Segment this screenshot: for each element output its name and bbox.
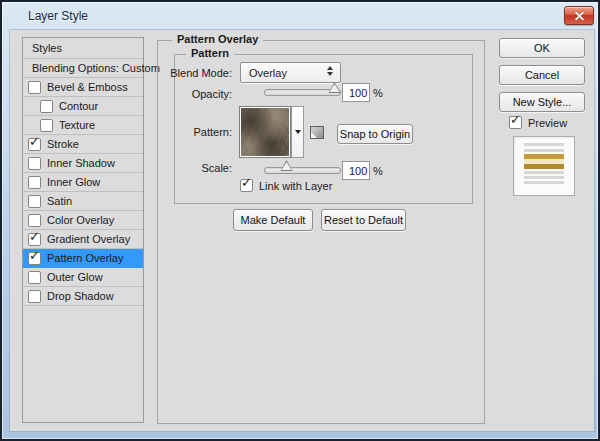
effect-label: Satin [47, 195, 72, 207]
pattern-label: Pattern: [122, 126, 232, 138]
cancel-label: Cancel [525, 69, 559, 81]
cancel-button[interactable]: Cancel [499, 65, 585, 85]
opacity-label: Opacity: [122, 88, 232, 100]
effect-label: Texture [59, 119, 95, 131]
effect-checkbox[interactable]: ✓ [28, 138, 41, 151]
preview-row[interactable]: ✓ Preview [509, 116, 567, 129]
checkmark-icon: ✓ [29, 135, 40, 148]
checkmark-icon: ✓ [29, 230, 40, 243]
preview-checkbox[interactable]: ✓ [509, 116, 522, 129]
new-style-label: New Style... [513, 96, 572, 108]
effect-label: Outer Glow [47, 271, 103, 283]
effect-label: Inner Glow [47, 176, 100, 188]
sidebar-item-styles[interactable]: Styles [23, 38, 143, 59]
effect-checkbox[interactable] [28, 290, 41, 303]
effect-checkbox[interactable] [40, 100, 53, 113]
effect-label: Drop Shadow [47, 290, 114, 302]
opacity-unit: % [373, 87, 383, 99]
effect-label: Bevel & Emboss [47, 81, 128, 93]
checkmark-icon: ✓ [29, 249, 40, 262]
pattern-group-title: Pattern [186, 47, 234, 59]
effect-checkbox[interactable]: ✓ [28, 233, 41, 246]
effect-label: Stroke [47, 138, 79, 150]
checkmark-icon: ✓ [241, 176, 252, 189]
style-effect-rows: Bevel & Emboss Contour Texture ✓ Stroke … [23, 78, 143, 306]
scale-unit: % [373, 165, 383, 177]
effect-checkbox[interactable] [28, 271, 41, 284]
title-bar[interactable]: Layer Style [2, 2, 598, 30]
effect-checkbox[interactable] [28, 214, 41, 227]
preview-label: Preview [528, 117, 567, 129]
sidebar-item-pattern-overlay[interactable]: ✓ Pattern Overlay [23, 249, 143, 268]
effect-label: Pattern Overlay [47, 252, 123, 264]
link-with-layer-checkbox[interactable]: ✓ [240, 179, 253, 192]
chevron-down-icon [295, 130, 301, 134]
effect-checkbox[interactable]: ✓ [28, 252, 41, 265]
effect-label: Contour [59, 100, 98, 112]
link-with-layer-row[interactable]: ✓ Link with Layer [240, 179, 332, 192]
new-style-button[interactable]: New Style... [499, 92, 585, 112]
sidebar-item-outer-glow[interactable]: Outer Glow [23, 268, 143, 287]
close-icon [575, 11, 584, 20]
window-title: Layer Style [28, 9, 88, 23]
effect-checkbox[interactable] [28, 176, 41, 189]
layer-style-dialog: Layer Style Styles Blending Options: Cus… [0, 0, 600, 441]
opacity-slider[interactable] [264, 89, 341, 96]
blend-mode-value: Overlay [249, 67, 287, 79]
effect-checkbox[interactable] [28, 157, 41, 170]
style-preview-stripes [524, 143, 564, 189]
sidebar-item-drop-shadow[interactable]: Drop Shadow [23, 287, 143, 306]
blend-mode-select[interactable]: Overlay [240, 62, 341, 83]
scale-input[interactable] [342, 161, 370, 180]
effect-label: Color Overlay [47, 214, 114, 226]
sidebar-item-gradient-overlay[interactable]: ✓ Gradient Overlay [23, 230, 143, 249]
make-default-button[interactable]: Make Default [233, 209, 313, 231]
scale-slider-thumb[interactable] [280, 160, 293, 171]
styles-header-label: Styles [32, 42, 62, 54]
effect-label: Gradient Overlay [47, 233, 130, 245]
snap-to-origin-button[interactable]: Snap to Origin [337, 124, 413, 144]
dialog-body: Styles Blending Options: Custom Bevel & … [10, 30, 594, 431]
link-with-layer-label: Link with Layer [259, 180, 332, 192]
close-button[interactable] [564, 6, 594, 25]
pattern-overlay-group-title: Pattern Overlay [172, 33, 263, 45]
style-preview-thumbnail [513, 136, 575, 196]
blend-mode-label: Blend Mode: [122, 67, 232, 79]
scale-slider[interactable] [264, 167, 341, 174]
stepper-icon [327, 66, 333, 76]
effect-checkbox[interactable] [28, 195, 41, 208]
effect-checkbox[interactable] [40, 119, 53, 132]
reset-to-default-button[interactable]: Reset to Default [321, 209, 406, 231]
effect-label: Inner Shadow [47, 157, 115, 169]
sidebar-item-inner-glow[interactable]: Inner Glow [23, 173, 143, 192]
new-pattern-icon[interactable] [310, 126, 324, 139]
sidebar-item-satin[interactable]: Satin [23, 192, 143, 211]
reset-to-default-label: Reset to Default [324, 214, 403, 226]
sidebar-item-color-overlay[interactable]: Color Overlay [23, 211, 143, 230]
effect-checkbox[interactable] [28, 81, 41, 94]
snap-to-origin-label: Snap to Origin [340, 128, 410, 140]
opacity-input[interactable] [342, 83, 370, 102]
opacity-slider-thumb[interactable] [328, 82, 341, 93]
checkmark-icon: ✓ [510, 113, 521, 126]
make-default-label: Make Default [241, 214, 306, 226]
ok-button[interactable]: OK [499, 38, 585, 58]
pattern-picker-button[interactable] [291, 106, 304, 158]
scale-label: Scale: [122, 162, 232, 174]
pattern-thumbnail[interactable] [239, 106, 291, 158]
ok-label: OK [534, 42, 550, 54]
